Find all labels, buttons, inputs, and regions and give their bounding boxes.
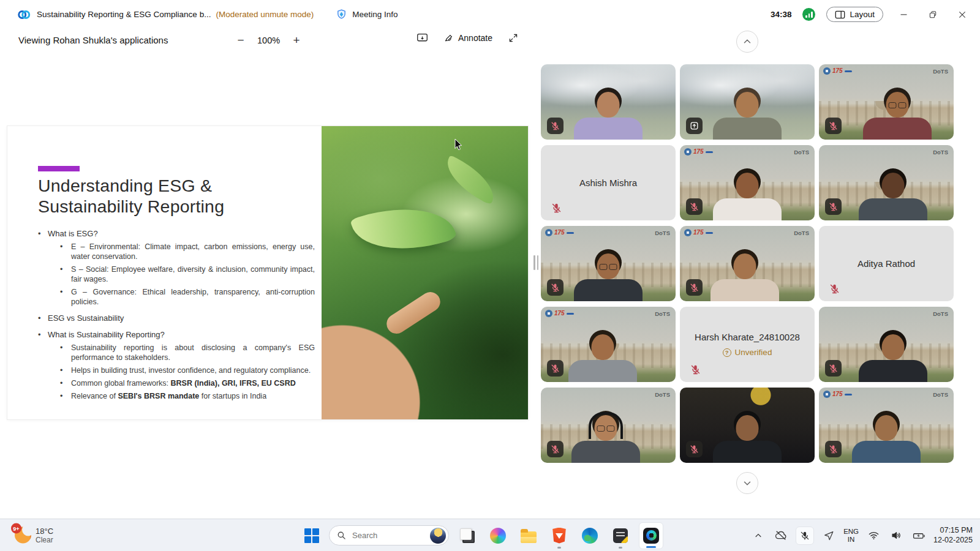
battery-charging-icon[interactable] (911, 528, 927, 544)
annotate-button[interactable]: Annotate (444, 33, 492, 43)
participant-tile[interactable]: DoTS (541, 388, 676, 463)
glasses (600, 264, 617, 270)
torso (713, 441, 782, 463)
titlebar-right: 34:38 Layout (771, 6, 980, 24)
language-indicator[interactable]: ENG IN (843, 528, 859, 543)
zoom-out-button[interactable]: − (233, 32, 249, 48)
mic-muted-icon (547, 360, 564, 377)
face (592, 334, 614, 360)
expand-icon[interactable] (508, 33, 518, 43)
task-view-icon (459, 528, 475, 544)
participant-tile[interactable] (680, 388, 815, 463)
participant-video-toggle-icon[interactable] (417, 32, 428, 43)
bullet-text: Common global frameworks: BRSR (India), … (71, 378, 315, 388)
taskbar-app-task-view[interactable] (455, 522, 480, 549)
meeting-info-button[interactable]: Meeting Info (336, 9, 398, 20)
bullet-marker: • (60, 343, 71, 362)
zoom-in-button[interactable]: + (288, 32, 304, 48)
iit-roorkee-logo: 175 (684, 148, 713, 156)
taskbar-app-notepad[interactable] (608, 522, 633, 549)
minimize-button[interactable] (894, 6, 913, 24)
search-box[interactable] (329, 525, 449, 545)
participant-tile[interactable]: DoTS (819, 307, 954, 382)
viewing-label: Viewing Rohan Shukla's applications (18, 35, 168, 45)
iit-roorkee-logo: 175 (823, 67, 852, 75)
scroll-down-button[interactable] (736, 472, 758, 494)
shield-icon (336, 9, 347, 20)
participant-silhouette (707, 410, 787, 463)
torso (852, 441, 921, 463)
search-highlight-icon[interactable] (430, 528, 446, 544)
slide-bullet: •S – Social: Employee welfare, diversity… (60, 264, 315, 284)
face (882, 334, 905, 360)
connection-quality-icon[interactable] (802, 8, 815, 21)
share-tools: Annotate (417, 32, 518, 43)
close-button[interactable] (953, 6, 971, 24)
participant-tile[interactable]: Harsh Kharate_24810028?Unverified (680, 307, 815, 382)
mic-muted-icon (686, 441, 703, 457)
wifi-icon[interactable] (865, 528, 881, 544)
bullet-marker: • (38, 330, 48, 340)
slide-bullet: •Common global frameworks: BRSR (India),… (60, 378, 315, 388)
torso (568, 360, 637, 382)
mouse-cursor (454, 138, 464, 151)
panel-resize-handle[interactable] (533, 255, 538, 270)
participant-tile[interactable] (680, 64, 815, 140)
participant-name: Harsh Kharate_24810028 (695, 332, 800, 342)
start-button[interactable] (304, 528, 319, 543)
bullet-text: Helps in building trust, investor confid… (71, 365, 315, 375)
volume-icon[interactable] (888, 528, 904, 544)
nearby-share-icon[interactable] (821, 528, 837, 544)
iit-roorkee-logo: 175 (684, 229, 713, 236)
slide-bullet: •What is ESG? (38, 229, 315, 239)
participant-silhouette (566, 410, 646, 463)
participant-tile[interactable]: 175DoTS (819, 388, 954, 463)
clock[interactable]: 07:15 PM 12-02-2025 (933, 526, 973, 545)
participant-tile[interactable]: 175DoTS (541, 307, 676, 382)
clock-time: 07:15 PM (933, 526, 973, 536)
participant-tile[interactable]: Ashish Mishra (541, 145, 676, 220)
taskbar-app-brave[interactable] (547, 522, 571, 549)
bullet-marker: • (60, 378, 71, 388)
slide-bullet: •ESG vs Sustainability (38, 313, 315, 323)
meeting-title: Sustainability Reporting & ESG Complianc… (37, 10, 211, 19)
participant-tile[interactable]: 175DoTS (819, 64, 954, 140)
bullet-marker: • (38, 229, 48, 239)
participant-tile[interactable]: 175DoTS (541, 226, 676, 301)
restore-button[interactable] (924, 6, 942, 24)
webex-meeting-window: Sustainability Reporting & ESG Complianc… (0, 0, 980, 551)
weather-widget[interactable]: 9+ 18°C Clear (15, 527, 53, 544)
clock-date: 12-02-2025 (933, 536, 973, 545)
dots-watermark: DoTS (933, 310, 948, 317)
layout-button[interactable]: Layout (826, 7, 883, 22)
taskbar-app-file-explorer[interactable] (516, 522, 541, 549)
onedrive-paused-icon[interactable] (773, 528, 789, 544)
tray-expand-button[interactable] (750, 528, 766, 544)
meeting-info-label: Meeting Info (352, 10, 398, 19)
scroll-up-button[interactable] (736, 31, 758, 53)
participant-tile[interactable]: DoTS (819, 145, 954, 220)
mic-muted-tray-icon[interactable] (796, 527, 814, 545)
slide-bullet: •E – Environmental: Climate impact, carb… (60, 242, 315, 261)
participant-tile[interactable]: 175DoTS (680, 226, 815, 301)
mic-muted-icon (826, 280, 843, 297)
taskbar-app-edge[interactable] (578, 522, 602, 549)
participant-tile[interactable]: Aditya Rathod (819, 226, 954, 301)
taskbar-app-webex[interactable] (639, 522, 663, 549)
leaf-shape (439, 155, 502, 205)
participant-silhouette (858, 87, 937, 140)
dots-watermark: DoTS (933, 391, 948, 398)
torso (571, 441, 640, 463)
participant-silhouette (707, 168, 787, 220)
search-input[interactable] (351, 530, 425, 541)
iit-roorkee-logo: 175 (823, 391, 852, 398)
taskbar-app-copilot[interactable] (486, 522, 510, 549)
search-icon (337, 531, 346, 540)
participant-tile[interactable] (541, 64, 676, 140)
participant-tile[interactable]: 175DoTS (680, 145, 815, 220)
torso (574, 118, 643, 140)
bullet-text: Relevance of SEBI's BRSR mandate for sta… (71, 391, 315, 401)
mic-muted-icon (548, 200, 565, 216)
face (736, 415, 759, 441)
participant-silhouette (846, 410, 926, 463)
